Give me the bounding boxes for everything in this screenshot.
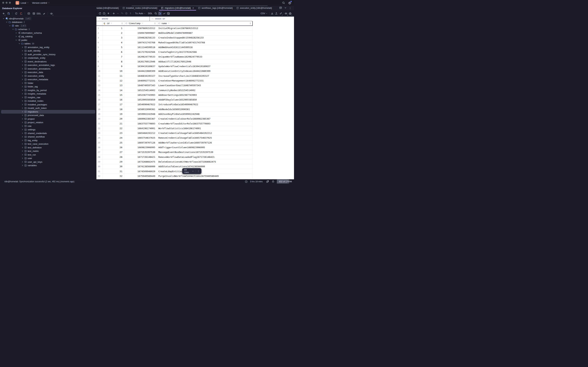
row-number[interactable]: 10 [96,69,102,73]
cell-id[interactable]: 15 [102,93,124,97]
tree-item-auth_identity[interactable]: auth_identity [0,49,96,53]
sort-toggle-icon[interactable] [249,22,251,25]
cell-timestamp[interactable]: 1663755770893 [124,121,157,126]
tab-options-kebab-icon[interactable]: ⋮ [289,7,292,9]
cell-name[interactable]: MessageEventBusDestinations1671535397530 [157,150,252,154]
table-row[interactable]: 221589476000887WebhookModel1589476000887 [96,31,252,35]
tree-item-migrations[interactable]: migrations [1,110,95,114]
row-number[interactable]: 29 [96,159,102,164]
version-control-widget[interactable]: Version control [32,0,50,6]
column-header-timestamp[interactable]: timestamp [124,21,157,25]
where-filter-input[interactable]: WHERE [96,18,150,20]
table-row[interactable]: 25251669739707126AddWorkflowVersionIdCol… [96,140,252,145]
cell-timestamp[interactable]: 1665484192212 [124,131,157,135]
cell-id[interactable]: 32 [102,174,124,178]
table-row[interactable]: 32321675940580449PurgeInvalidWorkflowCon… [96,174,252,178]
row-number[interactable]: 9 [96,64,102,68]
row-number[interactable]: 4 [96,40,102,45]
chevron-right-icon[interactable] [15,35,17,38]
cell-name[interactable]: AddUserSettings1652367743993 [157,93,252,97]
tree-item-installed_nodes[interactable]: installed_nodes [0,99,96,103]
tree-item-test_definition[interactable]: test_definition [0,146,96,150]
cell-id[interactable]: 4 [102,40,124,45]
cell-timestamp[interactable]: 1620824779533 [124,55,157,59]
editor-tab-installed_nodes-n8n-homelab-[interactable]: installed_nodes [n8n@homelab] [121,6,159,10]
cell-id[interactable]: 6 [102,50,124,54]
chevron-right-icon[interactable] [21,128,24,131]
table-editor-icon[interactable] [32,12,36,16]
tree-item-test_case_execution[interactable]: test_case_execution [0,142,96,146]
tree-item-information_schema[interactable]: information_schema [0,31,96,35]
cell-name[interactable]: IncreaseTypeVarcharLimit1646834195327 [157,74,252,78]
cell-timestamp[interactable]: 1664196174001 [124,126,157,131]
row-number[interactable]: 13 [96,83,102,88]
row-number[interactable]: 31 [96,169,102,174]
chevron-right-icon[interactable] [21,153,24,156]
cell-name[interactable]: AddWorkflowVersionIdColumn1669739707126 [157,140,252,145]
row-number[interactable]: 11 [96,74,102,78]
export-upload-icon[interactable] [274,11,278,16]
chevron-down-icon[interactable] [12,28,14,31]
cell-id[interactable]: 25 [102,140,124,145]
chevron-right-icon[interactable] [21,164,24,167]
cell-name[interactable]: AddAPIKeyColumn1652905585850 [157,97,252,102]
project-selector[interactable]: Local [21,0,29,6]
row-number[interactable]: 7 [96,55,102,59]
refresh-icon[interactable] [14,12,18,16]
cell-id[interactable]: 17 [102,102,124,107]
tree-item-shared_workflow[interactable]: shared_workflow [0,135,96,139]
grid-settings-gear-icon[interactable] [288,11,292,16]
cell-name[interactable]: WebhookModel1589476000887 [157,31,252,35]
cell-timestamp[interactable]: 1659902242948 [124,112,157,116]
tree-item-execution_annotations[interactable]: execution_annotations [0,67,96,71]
row-number[interactable]: 22 [96,126,102,131]
uptime-text[interactable]: 3 hrs 18 mins [250,180,263,183]
tree-item-pg_catalog[interactable]: pg_catalog [0,35,96,38]
table-row[interactable]: 20201660062385367CreateCredentialsUserRo… [96,117,252,121]
cell-timestamp[interactable]: 1607431743768 [124,40,157,45]
chevron-right-icon[interactable] [21,75,24,77]
filter-toggle-icon[interactable] [158,11,162,16]
chevron-right-icon[interactable] [21,125,24,127]
new-tab-table-icon[interactable] [279,7,282,10]
chevron-right-icon[interactable] [21,110,24,113]
auto-refresh-clock-icon[interactable] [102,11,106,16]
tree-item-n8n@homelab[interactable]: n8n@homelab1 of 2 [0,17,96,20]
cell-id[interactable]: 23 [102,131,124,135]
chevron-right-icon[interactable] [21,139,24,142]
tree-item-execution_metadata[interactable]: execution_metadata [0,78,96,82]
cell-id[interactable]: 19 [102,112,124,116]
chevron-right-icon[interactable] [21,121,24,124]
view-eye-icon[interactable] [284,11,288,16]
cell-name[interactable]: LowerCaseUserEmail1648740597343 [157,83,252,88]
table-row[interactable]: 30301674138566000AddStatusToExecutions16… [96,164,252,169]
ddl-button[interactable]: DDL [37,12,41,16]
window-zoom-button[interactable] [9,2,11,4]
table-row[interactable]: 28281671726148421RemoveWorkflowDataLoade… [96,155,252,159]
cell-timestamp[interactable]: 1665754637025 [124,136,157,140]
table-row[interactable]: 661617270242566CreateTagEntity1617270242… [96,50,252,54]
cell-id[interactable]: 13 [102,83,124,88]
chevron-right-icon[interactable] [21,136,24,138]
table-row[interactable]: 12121646992772331CreateUserManagement164… [96,78,252,83]
cell-name[interactable]: PurgeInvalidWorkflowConnections167594058… [157,174,252,178]
status-message[interactable]: n8n@homelab: Synchronization successful … [0,180,74,183]
tab-scroll-indicator[interactable] [132,6,268,6]
editor-tab-tadata-n8n-homelab-[interactable]: tadata [n8n@homelab] [96,6,121,10]
table-row[interactable]: 11111646834195327IncreaseTypeVarcharLimi… [96,74,252,78]
cell-timestamp[interactable]: 1630419189837 [124,64,157,68]
cell-name[interactable]: AddNodeIds1658932090381 [157,107,252,111]
chevron-right-icon[interactable] [21,107,24,109]
cell-timestamp[interactable]: 1646992772331 [124,78,157,83]
cell-name[interactable]: CreateLdapEntities1674509946020 [157,169,252,174]
row-number[interactable]: 17 [96,102,102,107]
close-tab-icon[interactable]: ✕ [192,7,194,9]
cell-id[interactable]: 5 [102,45,124,50]
cell-id[interactable]: 14 [102,88,124,92]
table-row[interactable]: 331594828256133CreateIndexStoppedAt15948… [96,35,252,40]
cell-name[interactable]: RemoveCredentialUsageTable1665754637025 [157,136,252,140]
cell-timestamp[interactable]: 1669739707126 [124,140,157,145]
cell-timestamp[interactable]: 1626176912946 [124,59,157,64]
table-row[interactable]: 17171654090467022IntroducePinData1654090… [96,102,252,107]
disconnect-icon[interactable] [19,12,23,16]
